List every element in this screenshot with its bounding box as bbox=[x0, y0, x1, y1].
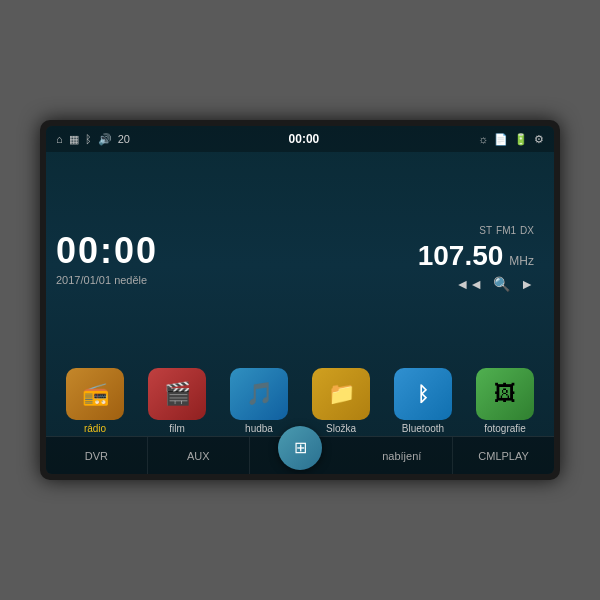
clock-time: 00:00 bbox=[56, 230, 216, 272]
app-radio[interactable]: 📻 rádio bbox=[66, 368, 124, 434]
radio-search-button[interactable]: 🔍 bbox=[493, 276, 510, 292]
device-frame: ⌂ ▦ ᛒ 🔊 20 00:00 ☼ 📄 🔋 ⚙ 00:00 20 bbox=[40, 120, 560, 480]
screen: ⌂ ▦ ᛒ 🔊 20 00:00 ☼ 📄 🔋 ⚙ 00:00 20 bbox=[46, 126, 554, 474]
app-photo-icon: 🖼 bbox=[476, 368, 534, 420]
volume-level: 20 bbox=[118, 133, 130, 145]
bottom-dvr[interactable]: DVR bbox=[46, 437, 148, 474]
brightness-icon[interactable]: ☼ bbox=[478, 133, 488, 145]
volume-icon: 🔊 bbox=[98, 133, 112, 146]
radio-tag-st: ST bbox=[479, 225, 492, 236]
radio-tags: ST FM1 DX bbox=[479, 225, 534, 236]
app-film-icon: 🎬 bbox=[148, 368, 206, 420]
status-time: 00:00 bbox=[289, 132, 320, 146]
bluetooth-status-icon: ᛒ bbox=[85, 133, 92, 145]
home-grid-button[interactable]: ⊞ bbox=[278, 426, 322, 470]
app-music-label: hudba bbox=[245, 423, 273, 434]
radio-tag-fm1: FM1 bbox=[496, 225, 516, 236]
app-music[interactable]: 🎵 hudba bbox=[230, 368, 288, 434]
app-folder-label: Složka bbox=[326, 423, 356, 434]
radio-tag-dx: DX bbox=[520, 225, 534, 236]
home-icon[interactable]: ⌂ bbox=[56, 133, 63, 145]
app-film-label: film bbox=[169, 423, 185, 434]
app-photo-label: fotografie bbox=[484, 423, 526, 434]
radio-prev-button[interactable]: ◄◄ bbox=[455, 276, 483, 292]
radio-freq-row: 107.50 MHz bbox=[418, 240, 534, 272]
radio-next-button[interactable]: ► bbox=[520, 276, 534, 292]
app-radio-icon: 📻 bbox=[66, 368, 124, 420]
bottom-charging[interactable]: nabíjení bbox=[351, 437, 453, 474]
app-film[interactable]: 🎬 film bbox=[148, 368, 206, 434]
app-bluetooth-label: Bluetooth bbox=[402, 423, 444, 434]
status-center: 00:00 bbox=[289, 132, 320, 146]
battery-icon: 🔋 bbox=[514, 133, 528, 146]
clock-date: 2017/01/01 neděle bbox=[56, 274, 216, 286]
clock-panel: 00:00 2017/01/01 neděle bbox=[56, 158, 216, 358]
bottom-cmlplay[interactable]: CMLPLAY bbox=[453, 437, 554, 474]
app-music-icon: 🎵 bbox=[230, 368, 288, 420]
app-bluetooth[interactable]: ᛒ Bluetooth bbox=[394, 368, 452, 434]
app-folder-icon: 📁 bbox=[312, 368, 370, 420]
radio-panel: ST FM1 DX 107.50 MHz ◄◄ 🔍 ► bbox=[224, 158, 544, 358]
app-photo[interactable]: 🖼 fotografie bbox=[476, 368, 534, 434]
bottom-bar: DVR AUX – ⊞ nabíjení CMLPLAY bbox=[46, 436, 554, 474]
settings-icon[interactable]: ⚙ bbox=[534, 133, 544, 146]
status-bar: ⌂ ▦ ᛒ 🔊 20 00:00 ☼ 📄 🔋 ⚙ bbox=[46, 126, 554, 152]
app-bluetooth-icon: ᛒ bbox=[394, 368, 452, 420]
status-left: ⌂ ▦ ᛒ 🔊 20 bbox=[56, 133, 130, 146]
radio-controls: ◄◄ 🔍 ► bbox=[455, 276, 534, 292]
radio-frequency: 107.50 bbox=[418, 240, 504, 272]
grid-center-icon: ⊞ bbox=[294, 438, 307, 457]
main-info: 00:00 2017/01/01 neděle ST FM1 DX 107.50… bbox=[46, 152, 554, 364]
radio-unit: MHz bbox=[509, 254, 534, 268]
status-right: ☼ 📄 🔋 ⚙ bbox=[478, 133, 544, 146]
file-icon: 📄 bbox=[494, 133, 508, 146]
grid-icon[interactable]: ▦ bbox=[69, 133, 79, 146]
app-radio-label: rádio bbox=[84, 423, 106, 434]
bottom-aux[interactable]: AUX bbox=[148, 437, 250, 474]
app-folder[interactable]: 📁 Složka bbox=[312, 368, 370, 434]
